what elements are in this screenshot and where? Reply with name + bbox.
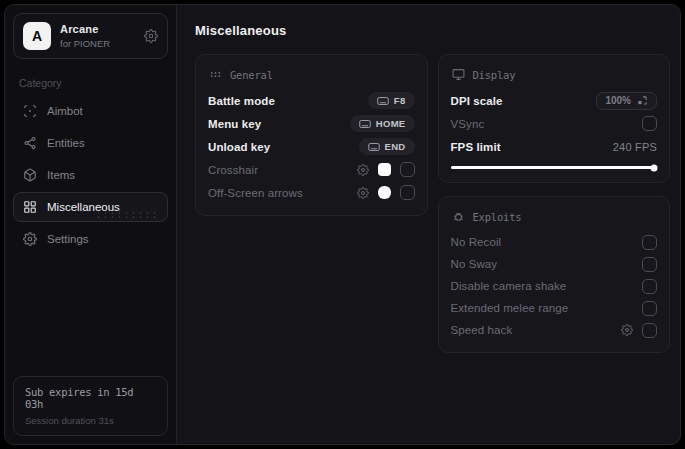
vsync-row: VSync — [451, 112, 658, 135]
disable-camera-shake-checkbox[interactable] — [642, 279, 657, 294]
grid-icon — [23, 200, 37, 214]
gear-icon[interactable] — [357, 187, 369, 199]
sidebar-item-settings[interactable]: Settings — [13, 224, 168, 254]
speed-hack-label: Speed hack — [451, 324, 513, 336]
sidebar-item-label: Items — [47, 169, 75, 181]
sidebar-item-miscellaneous[interactable]: Miscellaneous — [13, 192, 168, 222]
bug-icon — [452, 210, 465, 223]
panel-columns: General Battle mode F8 Menu key — [195, 54, 670, 353]
main-content: Miscellaneous General Battle mode — [177, 5, 680, 444]
crosshair-row: Crosshair — [208, 158, 415, 181]
no-sway-row: No Sway — [451, 253, 658, 275]
display-panel-title: Display — [473, 69, 516, 81]
keybind-value: END — [385, 141, 406, 152]
menu-key-row: Menu key HOME — [208, 112, 415, 135]
fps-limit-row: FPS limit 240 FPS — [451, 135, 658, 158]
subscription-info-card: Sub expires in 15d 03h Session duration … — [13, 376, 168, 436]
no-recoil-checkbox[interactable] — [642, 235, 657, 250]
fps-slider-thumb[interactable] — [650, 164, 657, 171]
dpi-scale-selector[interactable]: 100% — [596, 92, 657, 110]
unload-key-row: Unload key END — [208, 135, 415, 158]
exploits-panel-header: Exploits — [451, 206, 658, 231]
exploits-panel-title: Exploits — [473, 211, 522, 223]
network-nodes-icon — [23, 136, 37, 150]
category-label: Category — [19, 77, 162, 89]
fps-limit-value: 240 FPS — [613, 141, 657, 153]
offscreen-arrows-label: Off-Screen arrows — [208, 187, 303, 199]
sidebar-item-label: Aimbot — [47, 105, 83, 117]
fps-slider-fill — [451, 166, 654, 169]
general-panel: General Battle mode F8 Menu key — [195, 54, 428, 216]
exploits-panel: Exploits No Recoil No Sway Disable camer… — [438, 196, 671, 353]
fps-limit-label: FPS limit — [451, 141, 501, 153]
display-panel: Display DPI scale 100% — [438, 54, 671, 183]
scaling-icon — [637, 95, 648, 106]
disable-camera-shake-label: Disable camera shake — [451, 280, 567, 292]
brand-card: A Arcane for PIONER — [13, 13, 168, 59]
unload-key-keybind[interactable]: END — [359, 138, 415, 155]
brand-subtitle: for PIONER — [60, 38, 110, 49]
sub-expiry-text: Sub expires in 15d 03h — [25, 386, 156, 410]
app-window: A Arcane for PIONER Category Aimbot — [4, 4, 681, 445]
speed-hack-checkbox[interactable] — [642, 323, 657, 338]
extended-melee-range-label: Extended melee range — [451, 302, 569, 314]
keybind-value: HOME — [376, 118, 406, 129]
gear-icon[interactable] — [621, 324, 633, 336]
dpi-scale-label: DPI scale — [451, 95, 503, 107]
keyboard-icon — [359, 119, 371, 129]
extended-melee-range-row: Extended melee range — [451, 297, 658, 319]
offscreen-arrows-checkbox[interactable] — [400, 185, 415, 200]
offscreen-arrows-color-swatch[interactable] — [378, 186, 391, 199]
no-recoil-row: No Recoil — [451, 231, 658, 253]
general-panel-title: General — [230, 69, 273, 81]
sidebar-item-label: Miscellaneous — [47, 201, 120, 213]
session-duration-text: Session duration 31s — [25, 415, 156, 426]
dpi-scale-row: DPI scale 100% — [451, 89, 658, 112]
battle-mode-keybind[interactable]: F8 — [368, 92, 415, 109]
sidebar-nav: Aimbot Entities Items Miscellaneous — [5, 96, 176, 254]
sidebar: A Arcane for PIONER Category Aimbot — [5, 5, 177, 444]
general-panel-header: General — [208, 64, 415, 89]
sidebar-item-aimbot[interactable]: Aimbot — [13, 96, 168, 126]
brand-name: Arcane — [60, 23, 110, 35]
no-sway-label: No Sway — [451, 258, 498, 270]
speed-hack-row: Speed hack — [451, 319, 658, 341]
right-column: Display DPI scale 100% — [438, 54, 671, 353]
gear-icon[interactable] — [144, 29, 158, 43]
extended-melee-range-checkbox[interactable] — [642, 301, 657, 316]
menu-key-label: Menu key — [208, 118, 261, 130]
gear-icon[interactable] — [357, 164, 369, 176]
no-sway-checkbox[interactable] — [642, 257, 657, 272]
dots-grid-icon — [209, 68, 222, 81]
battle-mode-label: Battle mode — [208, 95, 275, 107]
scan-target-icon — [23, 104, 37, 118]
monitor-icon — [452, 68, 465, 81]
gear-icon — [23, 232, 37, 246]
sidebar-item-items[interactable]: Items — [13, 160, 168, 190]
vsync-checkbox[interactable] — [642, 116, 657, 131]
display-panel-header: Display — [451, 64, 658, 89]
offscreen-arrows-row: Off-Screen arrows — [208, 181, 415, 204]
crosshair-checkbox[interactable] — [400, 162, 415, 177]
vsync-label: VSync — [451, 118, 485, 130]
battle-mode-row: Battle mode F8 — [208, 89, 415, 112]
keyboard-icon — [377, 96, 389, 106]
package-icon — [23, 168, 37, 182]
sidebar-item-label: Settings — [47, 233, 89, 245]
disable-camera-shake-row: Disable camera shake — [451, 275, 658, 297]
no-recoil-label: No Recoil — [451, 236, 502, 248]
page-title: Miscellaneous — [195, 23, 670, 38]
left-column: General Battle mode F8 Menu key — [195, 54, 428, 216]
menu-key-keybind[interactable]: HOME — [350, 115, 415, 132]
dpi-scale-value: 100% — [605, 95, 631, 106]
crosshair-label: Crosshair — [208, 164, 258, 176]
keyboard-icon — [368, 142, 380, 152]
fps-limit-slider[interactable] — [451, 166, 658, 169]
sidebar-item-entities[interactable]: Entities — [13, 128, 168, 158]
brand-text: Arcane for PIONER — [60, 23, 110, 49]
sidebar-item-label: Entities — [47, 137, 85, 149]
unload-key-label: Unload key — [208, 141, 270, 153]
brand-logo: A — [23, 22, 51, 50]
crosshair-color-swatch[interactable] — [378, 163, 391, 176]
keybind-value: F8 — [394, 95, 406, 106]
